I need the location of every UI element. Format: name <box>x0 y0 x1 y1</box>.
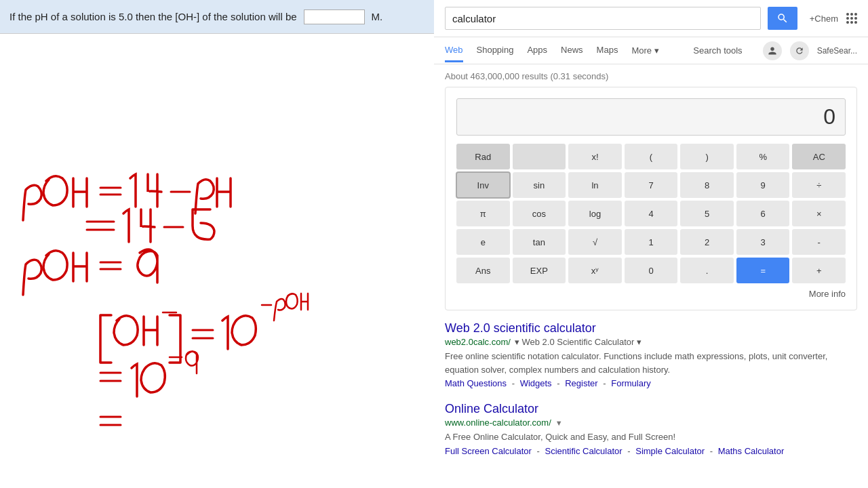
calc-buttons: Rad x! ( ) % AC Inv sin ln 7 8 9 ÷ <box>456 144 846 283</box>
tab-web[interactable]: Web <box>445 39 463 62</box>
calc-btn-close-paren[interactable]: ) <box>680 144 734 169</box>
result-2-link-scientific[interactable]: Scientific Calculator <box>545 446 622 456</box>
grid-icon[interactable] <box>846 13 857 24</box>
results-area[interactable]: About 463,000,000 results (0.31 seconds)… <box>434 64 868 488</box>
top-bar: +Chem <box>434 0 868 37</box>
results-count: About 463,000,000 results (0.31 seconds) <box>445 64 857 87</box>
calc-btn-0[interactable]: 0 <box>625 258 678 283</box>
result-1-link-formulary[interactable]: Formulary <box>611 378 651 388</box>
more-info-link[interactable]: More info <box>456 289 846 299</box>
calc-btn-equals[interactable]: = <box>736 258 790 283</box>
calc-btn-empty[interactable] <box>513 144 566 169</box>
calc-btn-log[interactable]: log <box>568 201 622 226</box>
calc-btn-inv[interactable]: Inv <box>456 172 510 198</box>
nav-tabs: Web Shopping Apps News Maps More ▾ Searc… <box>434 37 868 64</box>
calc-row-5: Ans EXP xʸ 0 . = + <box>456 258 846 283</box>
search-button[interactable] <box>768 7 797 30</box>
result-1-url: web2.0calc.com/ <box>445 337 511 347</box>
calc-btn-multiply[interactable]: × <box>792 201 846 226</box>
user-icon-button[interactable] <box>763 41 782 60</box>
result-2-link-maths[interactable]: Maths Calculator <box>718 446 785 456</box>
result-2-title[interactable]: Online Calculator <box>445 402 538 415</box>
calc-btn-xy[interactable]: xʸ <box>568 258 622 283</box>
result-1-subtitle: ▾ Web 2.0 Scientific Calculator ▾ <box>515 337 642 347</box>
calc-btn-5[interactable]: 5 <box>680 201 734 226</box>
search-input[interactable] <box>445 7 761 30</box>
tab-shopping[interactable]: Shopping <box>477 39 514 62</box>
calc-btn-factorial[interactable]: x! <box>568 144 622 169</box>
calc-btn-percent[interactable]: % <box>736 144 790 169</box>
calc-btn-minus[interactable]: - <box>792 229 846 255</box>
calc-btn-7[interactable]: 7 <box>625 172 678 198</box>
tab-more[interactable]: More ▾ <box>631 45 658 56</box>
calc-btn-open-paren[interactable]: ( <box>625 144 678 169</box>
whiteboard <box>0 34 434 488</box>
result-1-url-line: web2.0calc.com/ ▾ Web 2.0 Scientific Cal… <box>445 337 857 347</box>
result-2-link-simple[interactable]: Simple Calculator <box>635 446 705 456</box>
calc-btn-ln[interactable]: ln <box>568 172 622 198</box>
calc-row-3: π cos log 4 5 6 × <box>456 201 846 226</box>
calc-btn-6[interactable]: 6 <box>736 201 790 226</box>
result-2-url: www.online-calculator.com/ <box>445 418 551 428</box>
chem-button[interactable]: +Chem <box>810 14 838 24</box>
search-result-2: Online Calculator www.online-calculator.… <box>445 402 857 456</box>
calc-btn-dot[interactable]: . <box>680 258 734 283</box>
calc-btn-plus[interactable]: + <box>792 258 846 283</box>
result-2-links: Full Screen Calculator - Scientific Calc… <box>445 446 857 456</box>
calculator-widget: 0 Rad x! ( ) % AC Inv sin ln 7 <box>445 87 857 310</box>
calc-row-2: Inv sin ln 7 8 9 ÷ <box>456 172 846 198</box>
result-1-link-math[interactable]: Math Questions <box>445 378 507 388</box>
calc-btn-e[interactable]: e <box>456 229 510 255</box>
calc-btn-1[interactable]: 1 <box>625 229 678 255</box>
result-2-url-line: www.online-calculator.com/ ▼ <box>445 418 857 428</box>
user-icon <box>768 46 777 56</box>
question-bar: If the pH of a solution is 5.0 then the … <box>0 0 434 34</box>
calc-btn-divide[interactable]: ÷ <box>792 172 846 198</box>
calc-row-4: e tan √ 1 2 3 - <box>456 229 846 255</box>
calc-btn-sin[interactable]: sin <box>513 172 566 198</box>
calc-btn-exp[interactable]: EXP <box>513 258 566 283</box>
tab-maps[interactable]: Maps <box>597 39 618 62</box>
calc-display: 0 <box>456 98 846 136</box>
calc-btn-4[interactable]: 4 <box>625 201 678 226</box>
right-panel: +Chem Web Shopping Apps News Maps More ▾… <box>434 0 868 488</box>
tab-news[interactable]: News <box>561 39 583 62</box>
calc-btn-2[interactable]: 2 <box>680 229 734 255</box>
nav-right-icons: SafeSear... <box>763 41 857 60</box>
search-tools-button[interactable]: Search tools <box>693 45 742 56</box>
calc-btn-ans[interactable]: Ans <box>456 258 510 283</box>
unit-text: M. <box>372 11 383 22</box>
calc-btn-8[interactable]: 8 <box>680 172 734 198</box>
search-icon <box>776 12 789 24</box>
calc-btn-sqrt[interactable]: √ <box>568 229 622 255</box>
calc-btn-rad[interactable]: Rad <box>456 144 510 169</box>
calc-btn-ac[interactable]: AC <box>792 144 846 169</box>
calc-btn-3[interactable]: 3 <box>736 229 790 255</box>
result-1-desc: Free online scientific notation calculat… <box>445 350 857 376</box>
refresh-icon-button[interactable] <box>790 41 809 60</box>
calc-btn-9[interactable]: 9 <box>736 172 790 198</box>
search-result-1: Web 2.0 scientific calculator web2.0calc… <box>445 321 857 388</box>
result-2-desc: A Free Online Calculator, Quick and Easy… <box>445 430 857 444</box>
safesearch-label[interactable]: SafeSear... <box>817 46 857 56</box>
calc-btn-tan[interactable]: tan <box>513 229 566 255</box>
tab-apps[interactable]: Apps <box>527 39 547 62</box>
answer-blank[interactable] <box>304 9 365 24</box>
result-1-link-register[interactable]: Register <box>565 378 597 388</box>
calc-btn-pi[interactable]: π <box>456 201 510 226</box>
refresh-icon <box>795 46 804 56</box>
calc-display-value: 0 <box>823 104 835 129</box>
calc-btn-cos[interactable]: cos <box>513 201 566 226</box>
question-text: If the pH of a solution is 5.0 then the … <box>9 11 297 22</box>
result-1-link-widgets[interactable]: Widgets <box>520 378 552 388</box>
top-actions: +Chem <box>810 13 857 24</box>
result-1-links: Math Questions - Widgets - Register - Fo… <box>445 378 857 388</box>
result-1-title[interactable]: Web 2.0 scientific calculator <box>445 321 596 335</box>
left-panel: If the pH of a solution is 5.0 then the … <box>0 0 434 488</box>
result-2-link-fullscreen[interactable]: Full Screen Calculator <box>445 446 532 456</box>
result-2-url-arrow[interactable]: ▼ <box>555 419 563 427</box>
calc-row-1: Rad x! ( ) % AC <box>456 144 846 169</box>
